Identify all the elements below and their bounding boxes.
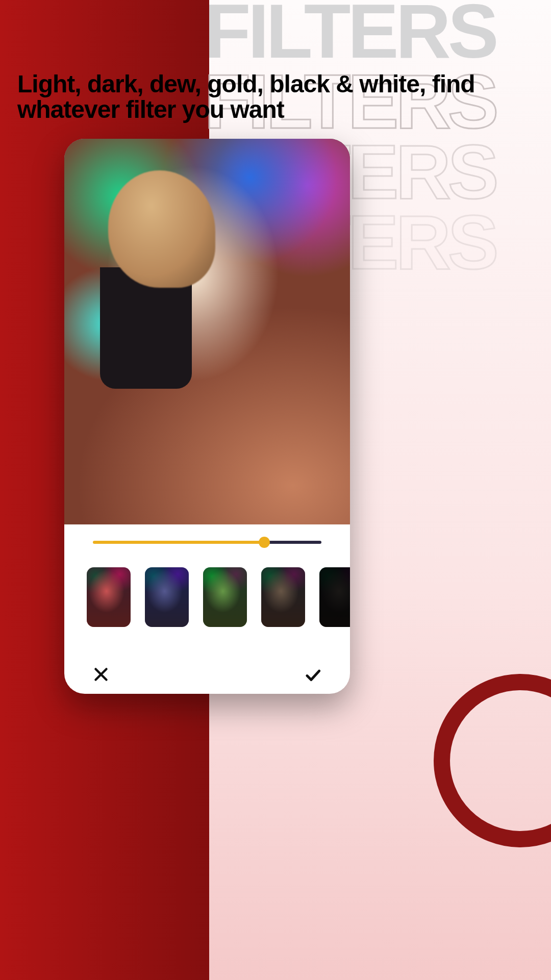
editor-action-bar	[64, 665, 350, 685]
close-icon	[92, 665, 110, 684]
filter-thumbnail-red[interactable]	[87, 567, 131, 627]
filter-thumbnail-row	[64, 548, 350, 627]
promo-headline: Light, dark, dew, gold, black & white, f…	[17, 71, 520, 123]
slider-knob[interactable]	[259, 537, 270, 548]
filter-thumbnail-bw[interactable]	[319, 567, 350, 627]
filter-thumbnail-green[interactable]	[203, 567, 247, 627]
editor-card	[64, 139, 350, 694]
check-icon	[303, 665, 322, 685]
slider-track	[93, 541, 321, 544]
photo-preview[interactable]	[64, 139, 350, 524]
filter-thumbnail-sepia[interactable]	[261, 567, 305, 627]
cancel-button[interactable]	[92, 665, 110, 685]
filter-thumbnail-blue[interactable]	[145, 567, 189, 627]
confirm-button[interactable]	[303, 665, 322, 685]
filters-wordmark: FILTERS	[204, 0, 496, 66]
filter-intensity-slider[interactable]	[93, 537, 321, 548]
